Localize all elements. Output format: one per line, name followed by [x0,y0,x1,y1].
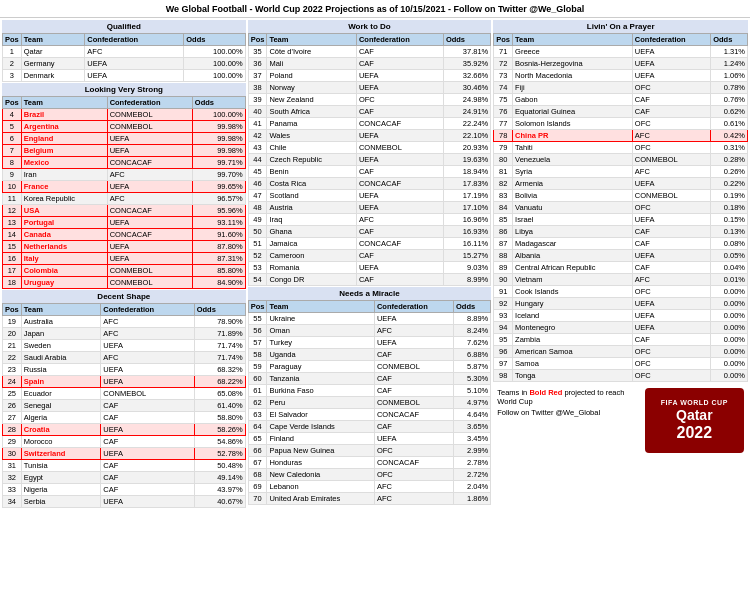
table-cell: Peru [267,397,375,409]
table-cell: 15 [3,241,22,253]
page-wrapper: We Global Football - World Cup 2022 Proj… [0,0,750,510]
table-cell: AFC [374,493,453,505]
table-cell: 32 [3,472,22,484]
table-cell: 25 [3,388,22,400]
table-cell: Poland [267,70,357,82]
table-cell: Russia [21,364,101,376]
table-cell: 99.65% [192,181,245,193]
table-cell: Central African Republic [513,262,633,274]
table-cell: CAF [101,472,194,484]
table-cell: 99.71% [192,157,245,169]
table-cell: CONMEBOL [101,388,194,400]
th-pos-lp: Pos [494,34,513,46]
table-cell: 45 [248,166,267,178]
table-cell: 38 [248,82,267,94]
table-cell: 0.01% [711,274,748,286]
table-cell: 3.65% [454,421,491,433]
table-cell: Morocco [21,436,101,448]
table-cell: 17 [3,265,22,277]
table-cell: UEFA [85,70,184,82]
table-cell: 56 [248,325,267,337]
table-cell: 0.62% [711,106,748,118]
table-cell: 7 [3,145,22,157]
table-cell: Venezuela [513,154,633,166]
table-cell: 30.46% [443,82,490,94]
th-pos-q: Pos [3,34,22,46]
table-cell: Romania [267,262,357,274]
table-cell: Ecuador [21,388,101,400]
table-cell: 91 [494,286,513,298]
table-cell: UEFA [356,130,443,142]
table-cell: 62 [248,397,267,409]
table-cell: Vietnam [513,274,633,286]
table-cell: Hungary [513,298,633,310]
table-cell: Greece [513,46,633,58]
table-cell: 42 [248,130,267,142]
table-cell: 68.32% [194,364,245,376]
table-cell: 8.24% [454,325,491,337]
table-cell: CAF [101,412,194,424]
table-cell: 53 [248,262,267,274]
bold-red-label: Bold Red [529,388,562,397]
table-cell: Cameroon [267,250,357,262]
table-cell: 65.08% [194,388,245,400]
table-cell: 87.80% [192,241,245,253]
table-cell: Gabon [513,94,633,106]
table-cell: 0.08% [711,238,748,250]
table-cell: UEFA [374,433,453,445]
table-cell: 77 [494,118,513,130]
table-cell: UEFA [356,70,443,82]
table-cell: Australia [21,316,101,328]
table-cell: 2.72% [454,469,491,481]
table-cell: 30 [3,448,22,460]
table-cell: 8.99% [443,274,490,286]
table-cell: Tahiti [513,142,633,154]
table-cell: CAF [101,460,194,472]
table-cell: 9.03% [443,262,490,274]
table-cell: Egypt [21,472,101,484]
table-cell: 61.40% [194,400,245,412]
table-cell: CONCACAF [107,229,192,241]
table-cell: 32.66% [443,70,490,82]
table-cell: CONCACAF [356,238,443,250]
table-cell: 58.80% [194,412,245,424]
table-cell: 71.74% [194,352,245,364]
table-cell: OFC [632,82,710,94]
table-cell: Switzerland [21,448,101,460]
table-cell: 17.19% [443,190,490,202]
table-cell: CAF [632,238,710,250]
table-cell: Mexico [21,157,107,169]
table-cell: 1.06% [711,70,748,82]
table-cell: 0.76% [711,94,748,106]
table-cell: 81 [494,166,513,178]
table-cell: AFC [101,352,194,364]
table-cell: 80 [494,154,513,166]
table-cell: 100.00% [184,70,245,82]
table-cell: AFC [107,193,192,205]
table-cell: UEFA [356,82,443,94]
table-cell: 5.10% [454,385,491,397]
table-cell: 72 [494,58,513,70]
table-cell: CONCACAF [356,178,443,190]
table-cell: Honduras [267,457,375,469]
table-cell: 58.26% [194,424,245,436]
table-cell: UEFA [356,202,443,214]
table-cell: New Zealand [267,94,357,106]
table-cell: Vanuatu [513,202,633,214]
table-cell: China PR [513,130,633,142]
table-cell: AFC [101,316,194,328]
table-cell: Saudi Arabia [21,352,101,364]
table-cell: 97 [494,358,513,370]
table-cell: 71.89% [194,328,245,340]
table-cell: 23 [3,364,22,376]
table-cell: South Africa [267,106,357,118]
lvsstrong-table: Pos Team Confederation Odds 4BrazilCONME… [2,96,246,289]
table-cell: 37.81% [443,46,490,58]
table-cell: United Arab Emirates [267,493,375,505]
table-cell: 24.91% [443,106,490,118]
table-cell: North Macedonia [513,70,633,82]
table-cell: 1.31% [711,46,748,58]
table-cell: UEFA [107,253,192,265]
page-header: We Global Football - World Cup 2022 Proj… [0,0,750,18]
th-conf-lp: Confederation [632,34,710,46]
